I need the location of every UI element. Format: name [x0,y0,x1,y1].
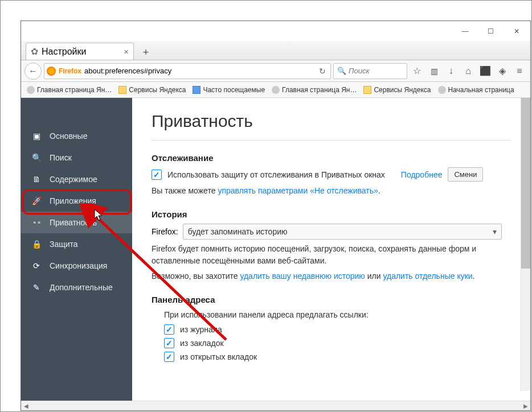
addressbar-history-label: из журнала [180,325,222,334]
scrollbar-thumb[interactable] [521,98,530,269]
inner-frame: — ☐ ✕ ✿ Настройки × + ← Firefox ↻ 🔍 [21,20,531,411]
page-title: Приватность [152,112,511,141]
tracking-change-button[interactable]: Смени [448,167,483,182]
globe-icon [438,86,446,94]
search-icon: 🔍 [31,153,42,163]
library-button[interactable]: ▥ [427,63,441,79]
url-bar[interactable]: Firefox ↻ [44,63,331,79]
page-icon [193,86,200,94]
sidebar-item-general[interactable]: ▣Основные [21,125,132,147]
window-minimize-button[interactable]: — [452,23,478,40]
history-label: Firefox: [152,227,178,236]
firefox-icon [47,67,56,76]
vertical-scrollbar[interactable] [521,98,530,391]
bookmark-item[interactable]: Сервисы Яндекса [361,85,433,95]
tracking-checkbox[interactable]: ✓ [152,170,162,180]
bookmark-item[interactable]: Часто посещаемые [190,85,267,95]
menu-button[interactable]: ≡ [512,63,527,79]
sync-icon: ⟳ [31,261,42,271]
addressbar-opentabs-label: из открытых вкладок [180,352,257,361]
advanced-icon: ✎ [31,282,42,292]
tab-settings[interactable]: ✿ Настройки × [26,43,134,60]
lock-icon: 🔒 [31,239,42,249]
mask-icon: 👓 [31,217,42,228]
horizontal-scrollbar[interactable]: ◀ ▶ [21,401,530,410]
search-icon: 🔍 [337,67,346,75]
history-maybe-text: Возможно, вы захотите удалить вашу недав… [152,270,511,282]
bookmark-item[interactable]: Главная страница Ян… [269,85,359,95]
search-input[interactable] [349,67,403,75]
url-input[interactable] [84,67,314,75]
sidebar-item-privacy[interactable]: 👓Приватность [21,212,132,233]
bookmarks-toolbar: Главная страница Ян… Сервисы Яндекса Час… [21,82,530,98]
dnt-manage-link[interactable]: управлять параметрами «Не отслеживать» [218,186,378,195]
scroll-left-button[interactable]: ◀ [21,401,31,411]
folder-icon [363,86,371,94]
scroll-right-button[interactable]: ▶ [521,401,530,411]
bookmark-item[interactable]: Сервисы Яндекса [116,85,188,95]
section-title-tracking: Отслеживание [152,153,511,163]
window-titlebar: — ☐ ✕ [21,21,530,41]
folder-icon [118,86,126,94]
tab-close-button[interactable]: × [124,47,129,56]
delete-history-link[interactable]: удалить вашу недавнюю историю [240,271,365,281]
addressbar-opentabs-checkbox[interactable]: ✓ [164,352,174,362]
home-button[interactable]: ⌂ [461,63,476,79]
tracking-learn-more[interactable]: Подробнее [401,170,443,179]
history-mode-select[interactable]: будет запоминать историю ▾ [183,224,502,240]
tab-bar: ✿ Настройки × + [21,41,530,60]
sidebar-item-applications[interactable]: 🚀Приложения [21,190,132,212]
addressbar-history-checkbox[interactable]: ✓ [164,324,174,335]
nav-toolbar: ← Firefox ↻ 🔍 ☆ ▥ ↓ ⌂ ⬛ ◈ ≡ [21,60,530,82]
bookmark-item[interactable]: Начальная страница [436,85,517,95]
content-icon: 🗎 [31,174,42,184]
applications-icon: 🚀 [31,196,42,206]
section-title-history: История [152,209,511,219]
addon-button[interactable]: ◈ [495,63,510,79]
settings-sidebar: ▣Основные 🔍Поиск 🗎Содержимое 🚀Приложения… [21,98,132,401]
window-maximize-button[interactable]: ☐ [478,23,504,40]
chevron-down-icon: ▾ [493,227,497,236]
addressbar-desc: При использовании панели адреса предлага… [164,309,511,321]
back-button[interactable]: ← [24,63,42,80]
pocket-button[interactable]: ⬛ [478,63,493,79]
section-title-addressbar: Панель адреса [152,295,511,304]
downloads-button[interactable]: ↓ [444,63,459,79]
sidebar-item-security[interactable]: 🔒Защита [21,233,132,255]
globe-icon [272,86,280,94]
history-mode-value: будет запоминать историю [188,227,288,236]
content-area: ▣Основные 🔍Поиск 🗎Содержимое 🚀Приложения… [21,98,530,401]
search-bar[interactable]: 🔍 [333,63,407,79]
bookmark-star-button[interactable]: ☆ [410,63,424,79]
bookmark-item[interactable]: Главная страница Ян… [24,85,114,95]
settings-main: Приватность Отслеживание ✓ Использовать … [132,98,530,401]
addressbar-bookmarks-checkbox[interactable]: ✓ [164,338,174,348]
general-icon: ▣ [31,131,42,141]
addressbar-bookmarks-label: из закладок [180,339,224,348]
new-tab-button[interactable]: + [137,45,154,60]
tracking-also-text: Вы также можете управлять параметрами «Н… [152,185,511,197]
sidebar-item-advanced[interactable]: ✎Дополнительные [21,277,132,298]
sidebar-item-content[interactable]: 🗎Содержимое [21,168,132,190]
identity-label: Firefox [59,67,81,75]
reload-button[interactable]: ↻ [317,67,328,76]
tracking-checkbox-label: Использовать защиту от отслеживания в Пр… [167,170,385,179]
sidebar-item-search[interactable]: 🔍Поиск [21,147,132,168]
globe-icon [27,86,35,94]
delete-cookies-link[interactable]: удалить отдельные куки [383,271,472,281]
browser-window: — ☐ ✕ ✿ Настройки × + ← Firefox ↻ 🔍 [0,0,532,412]
history-desc: Firefox будет помнить историю посещений,… [152,243,511,267]
sidebar-item-sync[interactable]: ⟳Синхронизация [21,255,132,277]
tab-label: Настройки [42,47,86,57]
window-close-button[interactable]: ✕ [504,23,529,40]
gear-icon: ✿ [31,46,38,57]
